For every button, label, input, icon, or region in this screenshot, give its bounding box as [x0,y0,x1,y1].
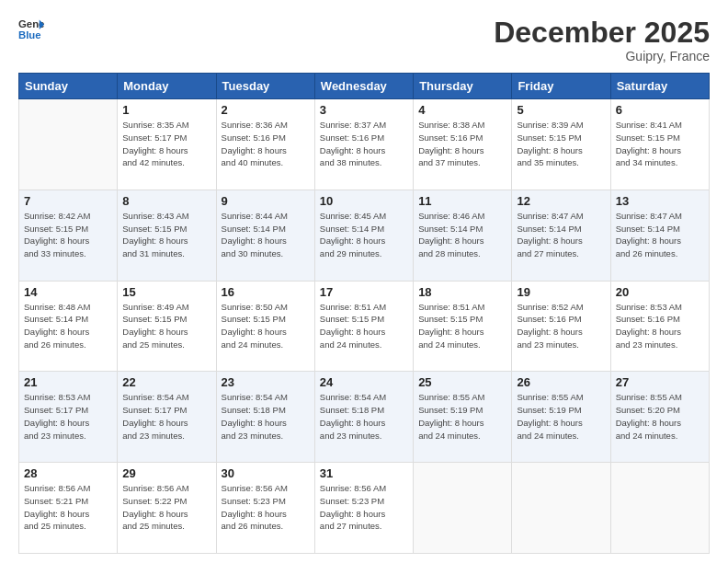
day-number: 9 [222,194,310,208]
calendar-cell: 2Sunrise: 8:36 AM Sunset: 5:16 PM Daylig… [216,99,314,190]
calendar-cell: 31Sunrise: 8:56 AM Sunset: 5:23 PM Dayli… [314,463,413,554]
day-info: Sunrise: 8:55 AM Sunset: 5:19 PM Dayligh… [517,391,605,442]
day-info: Sunrise: 8:56 AM Sunset: 5:23 PM Dayligh… [320,482,408,533]
weekday-header-monday: Monday [118,74,216,99]
day-info: Sunrise: 8:56 AM Sunset: 5:21 PM Dayligh… [24,482,112,533]
day-number: 27 [616,375,704,389]
day-number: 29 [122,466,210,480]
calendar-cell: 19Sunrise: 8:52 AM Sunset: 5:16 PM Dayli… [512,281,610,372]
day-info: Sunrise: 8:42 AM Sunset: 5:15 PM Dayligh… [24,210,112,260]
day-info: Sunrise: 8:56 AM Sunset: 5:23 PM Dayligh… [222,482,310,533]
day-info: Sunrise: 8:54 AM Sunset: 5:18 PM Dayligh… [222,391,310,442]
day-number: 23 [222,375,310,389]
calendar-cell [610,463,709,554]
calendar-cell: 23Sunrise: 8:54 AM Sunset: 5:18 PM Dayli… [216,372,314,463]
day-number: 21 [24,375,112,389]
calendar-cell: 15Sunrise: 8:49 AM Sunset: 5:15 PM Dayli… [118,281,216,372]
calendar-cell: 5Sunrise: 8:39 AM Sunset: 5:15 PM Daylig… [512,99,610,190]
weekday-header-sunday: Sunday [19,74,118,99]
calendar-cell: 22Sunrise: 8:54 AM Sunset: 5:17 PM Dayli… [118,372,216,463]
calendar-cell: 30Sunrise: 8:56 AM Sunset: 5:23 PM Dayli… [216,463,314,554]
day-number: 2 [222,103,310,117]
calendar-cell [19,99,118,190]
calendar-week-row: 14Sunrise: 8:48 AM Sunset: 5:14 PM Dayli… [19,281,710,372]
header: General Blue December 2025 Guipry, Franc… [18,17,710,63]
day-info: Sunrise: 8:48 AM Sunset: 5:14 PM Dayligh… [24,301,112,351]
logo-icon: General Blue [18,17,44,42]
calendar-cell: 8Sunrise: 8:43 AM Sunset: 5:15 PM Daylig… [118,190,216,281]
calendar-cell: 21Sunrise: 8:53 AM Sunset: 5:17 PM Dayli… [19,372,118,463]
day-number: 3 [320,103,408,117]
calendar-cell: 11Sunrise: 8:46 AM Sunset: 5:14 PM Dayli… [414,190,512,281]
day-number: 6 [616,103,704,117]
calendar-cell: 4Sunrise: 8:38 AM Sunset: 5:16 PM Daylig… [414,99,512,190]
day-number: 17 [320,285,408,299]
weekday-header-friday: Friday [512,74,610,99]
calendar-cell: 13Sunrise: 8:47 AM Sunset: 5:14 PM Dayli… [610,190,709,281]
day-info: Sunrise: 8:35 AM Sunset: 5:17 PM Dayligh… [122,119,210,169]
day-number: 4 [418,103,506,117]
day-info: Sunrise: 8:46 AM Sunset: 5:14 PM Dayligh… [418,210,506,260]
day-number: 26 [517,375,605,389]
day-info: Sunrise: 8:47 AM Sunset: 5:14 PM Dayligh… [517,210,605,260]
day-info: Sunrise: 8:45 AM Sunset: 5:14 PM Dayligh… [320,210,408,260]
day-info: Sunrise: 8:54 AM Sunset: 5:18 PM Dayligh… [320,391,408,442]
day-number: 10 [320,194,408,208]
day-info: Sunrise: 8:50 AM Sunset: 5:15 PM Dayligh… [222,301,310,351]
calendar-week-row: 28Sunrise: 8:56 AM Sunset: 5:21 PM Dayli… [19,463,710,554]
calendar-week-row: 1Sunrise: 8:35 AM Sunset: 5:17 PM Daylig… [19,99,710,190]
calendar-cell: 12Sunrise: 8:47 AM Sunset: 5:14 PM Dayli… [512,190,610,281]
calendar-cell: 28Sunrise: 8:56 AM Sunset: 5:21 PM Dayli… [19,463,118,554]
calendar-cell: 18Sunrise: 8:51 AM Sunset: 5:15 PM Dayli… [414,281,512,372]
day-info: Sunrise: 8:53 AM Sunset: 5:17 PM Dayligh… [24,391,112,442]
day-number: 7 [24,194,112,208]
calendar-cell: 16Sunrise: 8:50 AM Sunset: 5:15 PM Dayli… [216,281,314,372]
calendar-cell: 6Sunrise: 8:41 AM Sunset: 5:15 PM Daylig… [610,99,709,190]
day-number: 14 [24,285,112,299]
day-number: 5 [517,103,605,117]
day-info: Sunrise: 8:43 AM Sunset: 5:15 PM Dayligh… [122,210,210,260]
calendar-cell: 17Sunrise: 8:51 AM Sunset: 5:15 PM Dayli… [314,281,413,372]
logo: General Blue [18,17,44,42]
page: General Blue December 2025 Guipry, Franc… [0,0,728,563]
day-number: 13 [616,194,704,208]
day-number: 22 [122,375,210,389]
calendar-table: SundayMondayTuesdayWednesdayThursdayFrid… [18,73,710,554]
location-subtitle: Guipry, France [494,49,710,63]
day-info: Sunrise: 8:55 AM Sunset: 5:20 PM Dayligh… [616,391,704,442]
weekday-header-wednesday: Wednesday [314,74,413,99]
day-number: 1 [122,103,210,117]
day-info: Sunrise: 8:51 AM Sunset: 5:15 PM Dayligh… [418,301,506,351]
calendar-cell: 25Sunrise: 8:55 AM Sunset: 5:19 PM Dayli… [414,372,512,463]
calendar-cell: 24Sunrise: 8:54 AM Sunset: 5:18 PM Dayli… [314,372,413,463]
calendar-cell: 3Sunrise: 8:37 AM Sunset: 5:16 PM Daylig… [314,99,413,190]
calendar-cell: 10Sunrise: 8:45 AM Sunset: 5:14 PM Dayli… [314,190,413,281]
day-number: 16 [222,285,310,299]
day-info: Sunrise: 8:51 AM Sunset: 5:15 PM Dayligh… [320,301,408,351]
day-info: Sunrise: 8:49 AM Sunset: 5:15 PM Dayligh… [122,301,210,351]
day-info: Sunrise: 8:38 AM Sunset: 5:16 PM Dayligh… [418,119,506,169]
calendar-cell [512,463,610,554]
day-number: 25 [418,375,506,389]
calendar-cell: 29Sunrise: 8:56 AM Sunset: 5:22 PM Dayli… [118,463,216,554]
day-info: Sunrise: 8:39 AM Sunset: 5:15 PM Dayligh… [517,119,605,169]
calendar-cell: 1Sunrise: 8:35 AM Sunset: 5:17 PM Daylig… [118,99,216,190]
day-info: Sunrise: 8:44 AM Sunset: 5:14 PM Dayligh… [222,210,310,260]
svg-text:Blue: Blue [18,29,41,40]
calendar-week-row: 21Sunrise: 8:53 AM Sunset: 5:17 PM Dayli… [19,372,710,463]
calendar-cell: 9Sunrise: 8:44 AM Sunset: 5:14 PM Daylig… [216,190,314,281]
day-info: Sunrise: 8:36 AM Sunset: 5:16 PM Dayligh… [222,119,310,169]
day-number: 19 [517,285,605,299]
calendar-week-row: 7Sunrise: 8:42 AM Sunset: 5:15 PM Daylig… [19,190,710,281]
day-number: 24 [320,375,408,389]
weekday-header-row: SundayMondayTuesdayWednesdayThursdayFrid… [19,74,710,99]
day-info: Sunrise: 8:54 AM Sunset: 5:17 PM Dayligh… [122,391,210,442]
day-info: Sunrise: 8:52 AM Sunset: 5:16 PM Dayligh… [517,301,605,351]
day-info: Sunrise: 8:47 AM Sunset: 5:14 PM Dayligh… [616,210,704,260]
day-info: Sunrise: 8:41 AM Sunset: 5:15 PM Dayligh… [616,119,704,169]
day-number: 20 [616,285,704,299]
weekday-header-saturday: Saturday [610,74,709,99]
calendar-cell [414,463,512,554]
day-number: 31 [320,466,408,480]
day-info: Sunrise: 8:37 AM Sunset: 5:16 PM Dayligh… [320,119,408,169]
